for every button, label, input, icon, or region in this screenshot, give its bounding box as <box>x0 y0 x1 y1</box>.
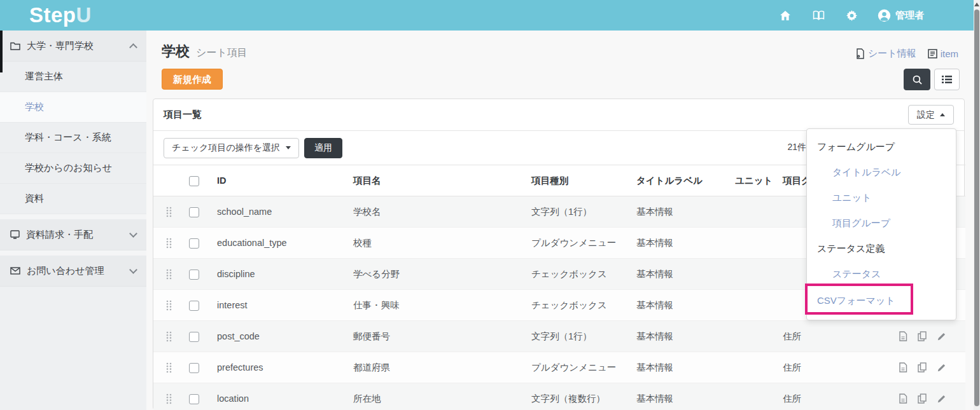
menu-item-item-group[interactable]: 項目グループ <box>807 210 956 236</box>
row-checkbox[interactable] <box>189 363 199 373</box>
cell-name: 都道府県 <box>351 352 529 383</box>
cell-group: 住所 <box>780 383 866 410</box>
row-actions <box>869 321 963 352</box>
column-header-title-label[interactable]: タイトルラベル <box>634 165 732 196</box>
cell-type: 文字列（複数行） <box>529 383 634 410</box>
settings-button-label: 設定 <box>917 109 935 121</box>
cell-title-label: 基本情報 <box>634 321 732 352</box>
cell-unit <box>732 228 780 259</box>
row-checkbox[interactable] <box>189 394 199 404</box>
row-checkbox[interactable] <box>189 332 199 342</box>
settings-dropdown-button[interactable]: 設定 <box>908 105 954 125</box>
edit-pencil-icon[interactable] <box>937 363 946 372</box>
sidebar-item-operating-body[interactable]: 運営主体 <box>0 62 146 92</box>
app-logo[interactable]: StepU <box>29 0 92 31</box>
sidebar-item-label: 学科・コース・系統 <box>25 132 111 144</box>
sidebar-section-label: 資料請求・手配 <box>26 229 93 241</box>
edit-pencil-icon[interactable] <box>937 332 946 341</box>
sidebar-divider <box>0 250 146 256</box>
detail-document-icon[interactable] <box>899 331 907 341</box>
cell-name: 校種 <box>351 228 529 259</box>
cell-name: 学べる分野 <box>351 259 529 290</box>
row-actions <box>869 352 963 383</box>
cell-id: prefectures <box>214 352 351 383</box>
panel-title: 項目一覧 <box>164 109 202 121</box>
row-checkbox[interactable] <box>189 238 199 249</box>
sheet-info-link[interactable]: シート情報 <box>855 48 916 60</box>
caret-down-icon <box>286 146 291 149</box>
column-header-name[interactable]: 項目名 <box>351 165 529 196</box>
user-menu[interactable]: 管理者 <box>878 9 924 22</box>
sidebar-section-university[interactable]: 大学・専門学校 <box>0 31 146 62</box>
sidebar-item-materials[interactable]: 資料 <box>0 184 146 214</box>
bulk-action-label: チェック項目の操作を選択 <box>172 142 280 154</box>
gear-icon[interactable] <box>844 8 858 22</box>
table-row: post_code郵便番号文字列（1行）基本情報住所 <box>153 321 965 352</box>
scroll-up-arrow-icon[interactable] <box>974 3 979 6</box>
copy-icon[interactable] <box>918 331 927 341</box>
copy-icon[interactable] <box>918 393 927 404</box>
vertical-scrollbar[interactable] <box>974 0 980 410</box>
drag-handle-icon[interactable] <box>166 205 172 219</box>
chevron-down-icon <box>129 266 137 274</box>
sidebar-item-label: 学校からのお知らせ <box>25 162 112 174</box>
cell-title-label: 基本情報 <box>634 352 732 383</box>
drag-handle-icon[interactable] <box>166 329 172 344</box>
user-icon <box>878 9 891 22</box>
drag-handle-icon[interactable] <box>166 267 172 282</box>
view-buttons <box>904 69 960 90</box>
cell-type: 文字列（1行） <box>529 196 634 228</box>
row-checkbox[interactable] <box>189 270 199 280</box>
detail-document-icon[interactable] <box>899 362 907 372</box>
settings-dropdown-menu: フォームグループ タイトルラベル ユニット 項目グループ ステータス定義 ステー… <box>806 128 956 320</box>
scrollbar-thumb[interactable] <box>974 10 979 406</box>
list-view-button[interactable] <box>934 69 960 90</box>
drag-handle-icon[interactable] <box>166 360 172 375</box>
menu-header-form-group: フォームグループ <box>807 134 956 160</box>
copy-icon[interactable] <box>918 362 927 372</box>
item-count: 21件 <box>787 142 806 153</box>
create-new-button[interactable]: 新規作成 <box>162 69 223 90</box>
book-icon[interactable] <box>811 8 825 22</box>
item-link[interactable]: item <box>928 48 958 59</box>
chevron-up-icon <box>129 43 137 51</box>
logo-u-text: U <box>76 3 92 27</box>
search-button[interactable] <box>904 69 930 90</box>
sidebar-item-label: 運営主体 <box>25 71 63 83</box>
menu-item-unit[interactable]: ユニット <box>807 185 956 210</box>
cell-type: チェックボックス <box>529 259 634 290</box>
sidebar-divider <box>0 214 146 219</box>
select-all-checkbox[interactable] <box>189 176 199 186</box>
sidebar-item-department-course[interactable]: 学科・コース・系統 <box>0 123 146 153</box>
sidebar-item-school[interactable]: 学校 <box>0 92 146 123</box>
menu-header-status-definition: ステータス定義 <box>807 236 956 261</box>
table-row: prefectures都道府県プルダウンメニュー基本情報住所 <box>153 352 965 383</box>
home-icon[interactable] <box>778 8 792 22</box>
row-checkbox[interactable] <box>189 207 199 217</box>
drag-handle-icon[interactable] <box>166 236 172 250</box>
menu-item-status[interactable]: ステータス <box>807 261 956 287</box>
menu-item-csv-format[interactable]: CSVフォーマット <box>807 287 956 315</box>
cell-id: interest <box>214 290 351 321</box>
bulk-action-select[interactable]: チェック項目の操作を選択 <box>164 138 299 158</box>
row-actions <box>869 383 963 410</box>
sidebar-item-school-news[interactable]: 学校からのお知らせ <box>0 153 146 184</box>
detail-document-icon[interactable] <box>899 393 907 404</box>
cell-unit <box>732 259 780 290</box>
menu-item-title-label[interactable]: タイトルラベル <box>807 160 956 185</box>
edit-pencil-icon[interactable] <box>937 394 946 404</box>
sidebar-item-label: 資料 <box>25 193 44 205</box>
cell-title-label: 基本情報 <box>634 290 732 321</box>
sidebar-section-material-request[interactable]: 資料請求・手配 <box>0 219 146 250</box>
row-checkbox[interactable] <box>189 301 199 311</box>
cell-title-label: 基本情報 <box>634 383 732 410</box>
column-header-id[interactable]: ID <box>214 165 351 196</box>
cell-title-label: 基本情報 <box>634 228 732 259</box>
sidebar-section-inquiry-management[interactable]: お問い合わせ管理 <box>0 256 146 287</box>
apply-button[interactable]: 適用 <box>304 138 342 158</box>
drag-handle-icon[interactable] <box>166 298 172 313</box>
drag-handle-icon[interactable] <box>166 392 172 406</box>
column-header-type[interactable]: 項目種別 <box>529 165 634 196</box>
column-header-unit[interactable]: ユニット <box>732 165 780 196</box>
article-icon <box>928 49 937 58</box>
